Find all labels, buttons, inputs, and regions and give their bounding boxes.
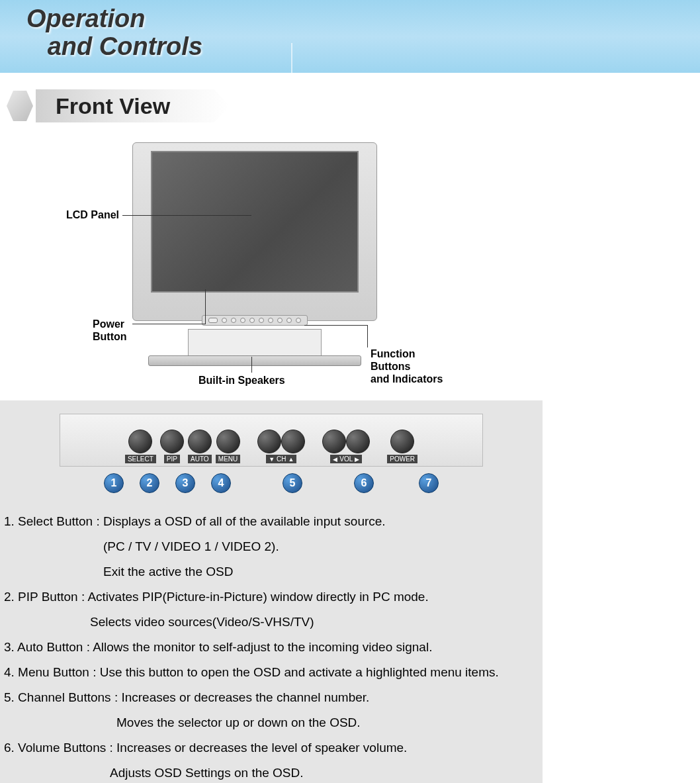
menu-button-group: MENU [216,430,240,463]
page-header: Operation and Controls [0,0,700,73]
number-badge-7: 7 [419,473,439,493]
number-badge-6: 6 [354,473,374,493]
spacer [318,473,338,493]
channel-down-button [257,430,281,453]
menu-button [216,430,240,453]
desc-2b: Selects video sources(Video/S-VHS/TV) [4,610,539,635]
callout-line [132,324,205,324]
function-buttons-callout: Function Buttons and Indicators [371,347,443,386]
hex-bullet-icon [7,91,33,121]
desc-6a: 6. Volume Buttons : Increases or decreas… [4,735,539,760]
volume-label: ◀ VOL ▶ [330,455,362,463]
volume-label-text: VOL [339,455,353,463]
callout-line [205,289,206,324]
button-descriptions: 1. Select Button : Displays a OSD of all… [0,502,543,783]
tiny-indicator [296,318,301,323]
header-divider [291,43,292,73]
section-heading: Front View [7,89,700,122]
tiny-indicator [286,318,292,323]
menu-label: MENU [216,455,240,463]
desc-3: 3. Auto Button : Allows the monitor to s… [4,635,539,660]
select-button [128,430,152,453]
power-button-callout-line1: Power [93,318,124,330]
lcd-screen [151,151,359,293]
left-triangle-icon: ◀ [333,456,337,463]
volume-buttons [322,430,370,453]
auto-button-group: AUTO [188,430,212,463]
speakers-callout: Built-in Speakers [198,374,285,387]
front-view-diagram: LCD Panel Power Button Built-in Speakers… [0,136,700,400]
volume-down-button [322,430,346,453]
button-panel-row: SELECT PIP AUTO MENU ▼ CH ▲ [60,414,483,467]
callout-line [251,357,252,373]
volume-button-group: ◀ VOL ▶ [322,430,370,463]
channel-label: ▼ CH ▲ [266,455,296,463]
tiny-indicator [277,318,283,323]
function-callout-line2: Buttons [371,361,410,372]
power-button [390,430,414,453]
pip-button-group: PIP [160,430,184,463]
auto-button [188,430,212,453]
spacer [390,473,403,493]
number-badge-1: 1 [104,473,124,493]
title-line2: and Controls [48,32,202,60]
function-callout-line3: and Indicators [371,373,443,385]
desc-1c: Exit the active the OSD [4,559,539,584]
channel-up-button [281,430,305,453]
title-line1: Operation [26,5,145,32]
tiny-indicator [268,318,273,323]
tiny-indicator [249,318,255,323]
down-triangle-icon: ▼ [269,456,275,463]
number-badge-2: 2 [140,473,159,493]
channel-label-text: CH [277,455,286,463]
pip-label: PIP [164,455,180,463]
channel-buttons [257,430,305,453]
power-button-group: POWER [387,430,417,463]
pip-button [160,430,184,453]
power-button-callout-line2: Button [93,331,127,342]
desc-4: 4. Menu Button : Use this button to open… [4,660,539,685]
desc-2a: 2. PIP Button : Activates PIP(Picture-in… [4,584,539,610]
page-title: Operation and Controls [26,0,202,61]
number-row: 1 2 3 4 5 6 7 [60,473,483,493]
number-badge-3: 3 [175,473,195,493]
select-label: SELECT [125,455,156,463]
up-triangle-icon: ▲ [288,456,294,463]
monitor-stand-neck [188,329,322,357]
number-badge-4: 4 [211,473,231,493]
desc-5a: 5. Channel Buttons : Increases or decrea… [4,685,539,710]
desc-1b: (PC / TV / VIDEO 1 / VIDEO 2). [4,534,539,559]
callout-line [122,215,251,216]
monitor-stand-base [148,355,361,366]
button-panel-closeup: SELECT PIP AUTO MENU ▼ CH ▲ [0,400,543,502]
channel-button-group: ▼ CH ▲ [257,430,305,463]
right-triangle-icon: ▶ [355,456,359,463]
tiny-indicator [231,318,236,323]
number-badge-5: 5 [283,473,302,493]
auto-label: AUTO [188,455,212,463]
function-callout-line1: Function [371,348,416,359]
volume-up-button [346,430,370,453]
tiny-power-slot [208,318,218,323]
front-button-strip [202,315,308,326]
select-button-group: SELECT [125,430,156,463]
monitor-illustration [132,142,377,321]
tiny-indicator [240,318,245,323]
callout-line [304,325,367,326]
spacer [247,473,267,493]
tiny-indicator [259,318,264,323]
power-label: POWER [387,455,417,463]
desc-1a: 1. Select Button : Displays a OSD of all… [4,509,539,534]
tiny-indicator [222,318,227,323]
lcd-panel-callout: LCD Panel [66,208,119,221]
power-button-callout: Power Button [93,318,127,343]
desc-5b: Moves the selector up or down on the OSD… [4,710,539,735]
section-title: Front View [36,89,230,122]
callout-line [367,325,368,347]
monitor-frame [132,142,377,321]
desc-6b: Adjusts OSD Settings on the OSD. [4,760,539,783]
